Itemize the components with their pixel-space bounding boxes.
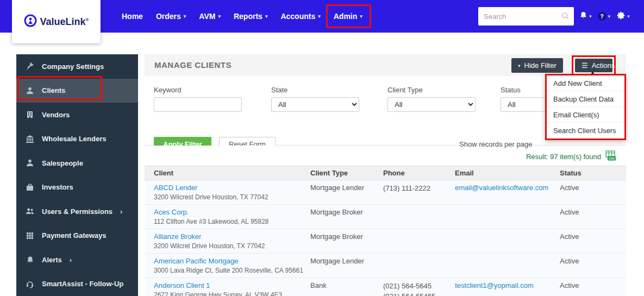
admin-sidebar: Company Settings Clients Vendors Wholesa… bbox=[16, 54, 138, 296]
client-type-select[interactable]: All bbox=[387, 97, 476, 112]
bank-icon bbox=[25, 135, 35, 143]
csv-export-icon[interactable]: CSV bbox=[605, 150, 617, 163]
phone-cell: (021) 564-5645 (021) 564-65465 bbox=[383, 281, 455, 296]
actions-dropdown-menu: Add New Client Backup Client Data Email … bbox=[545, 74, 626, 140]
email-link[interactable]: email@valuelinksoftware.com bbox=[455, 184, 548, 192]
table-row: American Pacific Mortgage 3000 Lava Ridg… bbox=[145, 254, 626, 278]
valuelink-logo-icon bbox=[24, 14, 37, 29]
client-name-link[interactable]: Anderson Client 1 bbox=[154, 281, 210, 289]
registered-mark: ® bbox=[86, 17, 89, 22]
bell-icon bbox=[25, 256, 35, 264]
nav-reports-label: Reports bbox=[234, 12, 262, 21]
help-button[interactable]: ? ▾ bbox=[598, 12, 611, 21]
sidebar-item-label: Users & Permissions bbox=[42, 207, 112, 216]
caret-down-icon: ▾ bbox=[218, 14, 221, 19]
sidebar-item-salespeople[interactable]: Salespeople bbox=[16, 151, 138, 175]
email-cell: testclient1@yopmail.com bbox=[455, 281, 560, 296]
sidebar-item-alerts[interactable]: Alerts › bbox=[16, 248, 138, 272]
sidebar-item-wholesale-lenders[interactable]: Wholesale Lenders bbox=[16, 127, 138, 152]
sidebar-item-clients[interactable]: Clients bbox=[16, 79, 138, 103]
menu-item-search-client-users[interactable]: Search Client Users bbox=[547, 123, 624, 138]
caret-up-icon: ▲ bbox=[590, 70, 595, 75]
settings-button[interactable]: ▾ bbox=[616, 11, 630, 22]
client-name-link[interactable]: Aces Corp. bbox=[154, 208, 189, 216]
caret-down-icon: ▾ bbox=[589, 14, 592, 19]
status-cell: Active bbox=[560, 257, 624, 274]
clients-table: Client Client Type Phone Email Status AB… bbox=[145, 166, 626, 296]
person-icon bbox=[25, 86, 35, 95]
bell-icon bbox=[579, 11, 587, 22]
sidebar-item-payment-gateways[interactable]: Payment Gateways bbox=[16, 224, 138, 248]
nav-home[interactable]: Home bbox=[115, 0, 149, 33]
actions-label: Actions bbox=[592, 61, 615, 70]
phone-cell bbox=[383, 208, 455, 225]
column-header-email: Email bbox=[455, 169, 560, 177]
search-box bbox=[478, 7, 574, 26]
client-cell: Aces Corp. 112 Clifton Ave #3 Lakewood, … bbox=[154, 208, 310, 225]
column-header-phone: Phone bbox=[383, 169, 455, 177]
column-header-client-type: Client Type bbox=[310, 169, 383, 177]
client-cell: Anderson Client 1 2672 King George Hwy S… bbox=[154, 281, 310, 296]
search-input[interactable] bbox=[478, 7, 574, 26]
keyword-label: Keyword bbox=[154, 86, 242, 94]
email-link[interactable]: testclient1@yopmail.com bbox=[455, 281, 534, 289]
email-cell bbox=[455, 232, 560, 250]
nav-home-label: Home bbox=[122, 12, 143, 21]
help-icon: ? bbox=[598, 12, 607, 21]
table-header-row: Client Client Type Phone Email Status bbox=[145, 166, 626, 180]
table-row: ABCD Lender 3200 Wilcrest Drive Houston,… bbox=[145, 180, 626, 205]
chevron-right-icon: › bbox=[70, 256, 72, 264]
sidebar-item-users-permissions[interactable]: Users & Permissions › bbox=[16, 199, 138, 224]
brand-name: ValueLink® bbox=[40, 16, 89, 28]
sidebar-item-label: SmartAssist - Follow-Up bbox=[42, 280, 123, 288]
sidebar-item-company-settings[interactable]: Company Settings bbox=[16, 54, 138, 79]
nav-reports[interactable]: Reports▾ bbox=[227, 0, 274, 33]
nav-orders[interactable]: Orders▾ bbox=[149, 0, 192, 33]
client-name-link[interactable]: Allianze Broker bbox=[154, 232, 201, 241]
client-address: 112 Clifton Ave #3 Lakewood, AL 95828 bbox=[154, 218, 310, 225]
result-count: Result: 97 item(s) found bbox=[526, 153, 601, 161]
page-header: MANAGE CLIENTS ▾ Hide Filter ☰ Actions ▲ bbox=[145, 54, 626, 76]
nav-avm[interactable]: AVM▾ bbox=[192, 0, 227, 33]
nav-orders-label: Orders bbox=[156, 12, 181, 21]
sidebar-item-smartassist-follow-up[interactable]: SmartAssist - Follow-Up bbox=[16, 272, 138, 296]
hide-filter-button[interactable]: ▾ Hide Filter bbox=[511, 58, 563, 73]
phone-cell bbox=[383, 257, 455, 274]
menu-item-backup-client-data[interactable]: Backup Client Data bbox=[547, 91, 624, 107]
caret-down-icon: ▾ bbox=[265, 14, 268, 19]
briefcase-icon bbox=[25, 183, 35, 192]
caret-down-icon: ▾ bbox=[608, 14, 611, 19]
users-icon bbox=[25, 207, 35, 216]
nav-admin[interactable]: Admin▾ bbox=[327, 0, 369, 33]
building-icon bbox=[25, 110, 35, 119]
email-cell bbox=[455, 257, 560, 274]
gear-icon bbox=[616, 11, 626, 22]
hide-filter-label: Hide Filter bbox=[524, 61, 557, 70]
svg-text:CSV: CSV bbox=[609, 157, 615, 160]
menu-item-email-clients[interactable]: Email Client(s) bbox=[547, 107, 624, 123]
state-select[interactable]: All bbox=[271, 97, 359, 112]
sidebar-item-label: Company Settings bbox=[42, 62, 104, 71]
sidebar-item-label: Investors bbox=[42, 183, 73, 191]
column-header-status: Status bbox=[560, 169, 624, 177]
show-records-label: Show records per page bbox=[459, 140, 532, 148]
manage-clients-page: MANAGE CLIENTS ▾ Hide Filter ☰ Actions ▲… bbox=[145, 54, 626, 296]
sidebar-item-vendors[interactable]: Vendors bbox=[16, 103, 138, 127]
client-name-link[interactable]: ABCD Lender bbox=[154, 184, 197, 192]
nav-avm-label: AVM bbox=[199, 12, 215, 21]
menu-item-add-new-client[interactable]: Add New Client bbox=[547, 75, 624, 91]
brand-logo[interactable]: ValueLink® bbox=[12, 0, 101, 43]
table-row: Allianze Broker 3200 Wilcret Drive Houst… bbox=[145, 229, 626, 254]
keyword-input[interactable] bbox=[154, 97, 242, 112]
client-type-field-group: Client Type All bbox=[387, 86, 476, 112]
notifications-button[interactable]: ▾ bbox=[579, 11, 592, 22]
tools-icon bbox=[25, 62, 35, 71]
caret-down-icon: ▾ bbox=[360, 14, 362, 19]
status-cell: Active bbox=[560, 208, 624, 225]
person-icon bbox=[25, 159, 35, 167]
client-type-cell: Mortgage Broker bbox=[310, 208, 383, 225]
sidebar-item-label: Vendors bbox=[42, 111, 70, 119]
client-name-link[interactable]: American Pacific Mortgage bbox=[154, 257, 238, 265]
nav-accounts[interactable]: Accounts▾ bbox=[274, 0, 327, 33]
sidebar-item-investors[interactable]: Investors bbox=[16, 175, 138, 200]
